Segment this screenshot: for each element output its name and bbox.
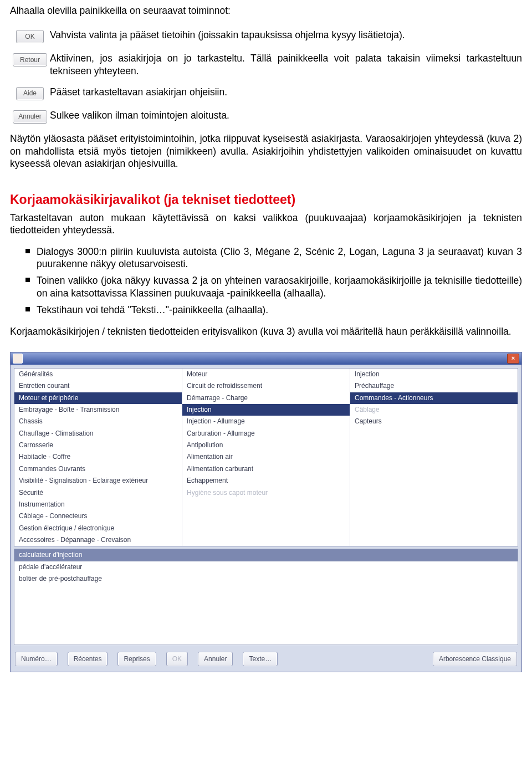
bullet-item: Tekstihaun voi tehdä "Teksti…"-painikkee… bbox=[10, 301, 522, 318]
tree-item[interactable]: Entretien courant bbox=[14, 380, 182, 392]
tree-item[interactable]: Habitacle - Coffre bbox=[14, 451, 182, 463]
tree-item[interactable]: Visibilité - Signalisation - Eclairage e… bbox=[14, 475, 182, 487]
tree-item[interactable]: Embrayage - Boîte - Transmission bbox=[14, 404, 182, 416]
title-bar: × bbox=[11, 352, 521, 365]
tree-item[interactable]: Carburation - Allumage bbox=[182, 428, 350, 439]
ok-desc: Vahvista valinta ja pääset tietoihin (jo… bbox=[50, 29, 522, 43]
recentes-button[interactable]: Récentes bbox=[68, 652, 108, 666]
result-item[interactable]: pédale d'accélérateur bbox=[14, 561, 518, 573]
tree-item[interactable]: Gestion électrique / électronique bbox=[14, 523, 182, 534]
tree-item[interactable]: Câblage bbox=[350, 404, 518, 416]
numero-button[interactable]: Numéro… bbox=[15, 652, 58, 666]
tree-item[interactable]: Injection bbox=[350, 369, 518, 380]
tree-item[interactable]: Commandes Ouvrants bbox=[14, 463, 182, 475]
tree-item[interactable]: Instrumentation bbox=[14, 499, 182, 510]
close-button[interactable]: × bbox=[507, 354, 519, 364]
tree-col-3[interactable]: InjectionPréchauffageCommandes - Actionn… bbox=[350, 369, 518, 546]
retour-desc: Aktiivinen, jos asiakirjoja on jo tarkas… bbox=[50, 52, 522, 77]
section-intro: Tarkasteltavan auton mukaan käytettäviss… bbox=[10, 212, 522, 237]
texte-button[interactable]: Texte… bbox=[243, 652, 278, 666]
intro-line: Alhaalla olevilla painikkeilla on seuraa… bbox=[10, 4, 522, 17]
section-heading: Korjaamokäsikirjavalikot (ja tekniset ti… bbox=[10, 192, 522, 208]
tree-item[interactable]: Généralités bbox=[14, 369, 182, 380]
tree-item[interactable]: Commandes - Actionneurs bbox=[350, 392, 518, 404]
aide-desc: Pääset tarkasteltavan asiakirjan ohjeisi… bbox=[50, 86, 522, 100]
bullet-item: Toinen valikko (joka näkyy kuvassa 2 ja … bbox=[10, 272, 522, 301]
tree-item[interactable]: Démarrage - Charge bbox=[182, 392, 350, 404]
tree-item[interactable]: Moteur et périphérie bbox=[14, 392, 182, 404]
result-list[interactable]: calculateur d'injectionpédale d'accéléra… bbox=[14, 549, 518, 645]
annuler-desc: Sulkee valikon ilman toimintojen aloitus… bbox=[50, 109, 522, 124]
tree-item[interactable]: Alimentation air bbox=[182, 451, 350, 463]
result-item[interactable]: boîtier de pré-postchauffage bbox=[14, 573, 518, 585]
app-icon bbox=[13, 354, 23, 364]
tree-panes: GénéralitésEntretien courantMoteur et pé… bbox=[14, 368, 518, 546]
arbo-classique-button[interactable]: Arborescence Classique bbox=[433, 652, 517, 666]
retour-button[interactable]: Retour bbox=[13, 53, 47, 67]
tree-item[interactable]: Chauffage - Climatisation bbox=[14, 428, 182, 439]
closing-para: Korjaamokäsikirjojen / teknisten tiedott… bbox=[10, 325, 522, 338]
tree-item[interactable]: Préchauffage bbox=[350, 380, 518, 392]
tree-item[interactable]: Câblage - Connecteurs bbox=[14, 510, 182, 522]
reprises-button[interactable]: Reprises bbox=[117, 652, 156, 666]
tree-item[interactable]: Injection bbox=[182, 404, 350, 416]
tree-item[interactable]: Accessoires - Dépannage - Crevaison bbox=[14, 534, 182, 546]
result-item[interactable]: calculateur d'injection bbox=[14, 549, 518, 561]
dialog-window: × GénéralitésEntretien courantMoteur et … bbox=[10, 352, 522, 672]
tree-item[interactable]: Moteur bbox=[182, 369, 350, 380]
annuler-toolbar-button[interactable]: Annuler bbox=[198, 652, 233, 666]
tree-item[interactable]: Carrosserie bbox=[14, 439, 182, 451]
tree-col-2[interactable]: MoteurCircuit de refroidissementDémarrag… bbox=[182, 369, 350, 546]
tree-item[interactable]: Alimentation carburant bbox=[182, 463, 350, 475]
tree-item[interactable]: Sécurité bbox=[14, 487, 182, 499]
mid-paragraph: Näytön yläosasta pääset erityistoimintoi… bbox=[10, 132, 522, 170]
ok-toolbar-button[interactable]: OK bbox=[166, 652, 188, 666]
tree-item[interactable]: Circuit de refroidissement bbox=[182, 380, 350, 392]
tree-item[interactable]: Hygiène sous capot moteur bbox=[182, 487, 350, 499]
tree-item[interactable]: Capteurs bbox=[350, 416, 518, 427]
ok-button[interactable]: OK bbox=[16, 30, 44, 43]
tree-col-1[interactable]: GénéralitésEntretien courantMoteur et pé… bbox=[14, 369, 182, 546]
bullet-item: Dialogys 3000:n piiriin kuuluvista autoi… bbox=[10, 243, 522, 273]
bottom-toolbar: Numéro… Récentes Reprises OK Annuler Tex… bbox=[11, 648, 521, 672]
aide-button[interactable]: Aide bbox=[16, 87, 44, 100]
bullet-list: Dialogys 3000:n piiriin kuuluvista autoi… bbox=[10, 243, 522, 319]
tree-item[interactable]: Injection - Allumage bbox=[182, 416, 350, 427]
tree-item[interactable]: Echappement bbox=[182, 475, 350, 487]
tree-item[interactable]: Chassis bbox=[14, 416, 182, 427]
tree-item[interactable]: Antipollution bbox=[182, 439, 350, 451]
annuler-button[interactable]: Annuler bbox=[13, 110, 47, 124]
